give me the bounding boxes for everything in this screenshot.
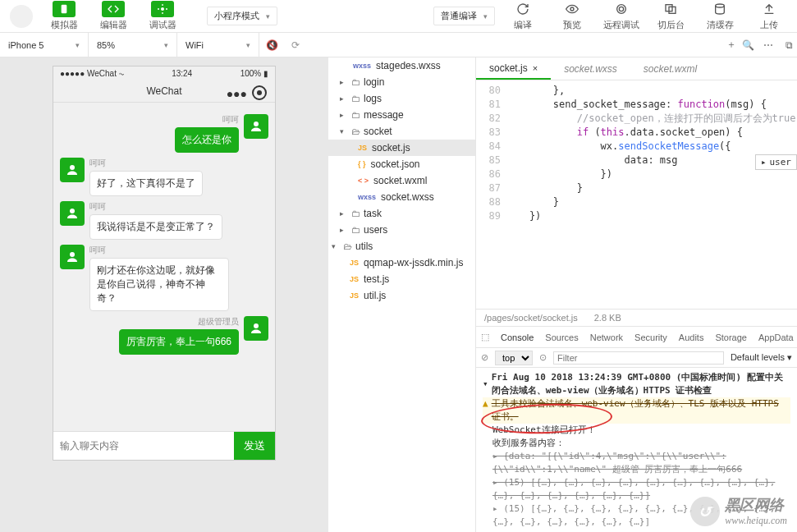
compile-dropdown[interactable]: 普通编译	[433, 7, 495, 25]
watermark-logo-icon: ↺	[690, 497, 720, 526]
clear-cache-button[interactable]: 清缓存	[695, 1, 744, 31]
chat-message: 超级管理员厉害厉害，奉上一句666	[60, 316, 268, 355]
tree-folder[interactable]: ▸🗀users	[328, 222, 475, 238]
simulator-panel: ●●●●● WeChat ⏦ 13:24 100% ▮ WeChat ●●● 呵…	[0, 57, 328, 532]
editor-label: 编辑器	[100, 19, 127, 31]
svg-point-8	[254, 122, 259, 126]
tree-file[interactable]: < >socket.wxml	[328, 172, 475, 189]
mode-dropdown[interactable]: 小程序模式	[207, 7, 277, 25]
clear-console-icon[interactable]: ⊘	[481, 352, 488, 363]
chat-message: 呵呵我说得话是不是变正常了？	[60, 201, 268, 240]
target-icon[interactable]	[252, 85, 267, 100]
debugger-label: 调试器	[149, 19, 176, 31]
network-select[interactable]: WiFi	[177, 33, 259, 57]
split-icon[interactable]: ⧉	[781, 39, 797, 51]
phone-statusbar: ●●●●● WeChat ⏦ 13:24 100% ▮	[53, 66, 275, 80]
add-tab-icon[interactable]: ＋	[723, 38, 740, 52]
more-icon[interactable]: ⋯	[756, 39, 781, 51]
filter-input[interactable]	[553, 351, 724, 365]
inspect-icon[interactable]: ⬚	[481, 332, 489, 342]
svg-point-11	[70, 252, 75, 257]
tab-socket-wxss[interactable]: socket.wxss	[551, 57, 630, 80]
send-button[interactable]: 发送	[234, 432, 275, 460]
avatar-icon	[60, 245, 85, 269]
tab-socket-wxml[interactable]: socket.wxml	[630, 57, 710, 80]
editor-tabs: socket.js× socket.wxss socket.wxml	[476, 57, 797, 80]
tree-file[interactable]: JStest.js	[328, 271, 475, 287]
log-line: 收到服务器内容：	[483, 437, 790, 450]
chat-message: 呵呵怎么还是你	[60, 114, 268, 153]
file-path: /pages/socket/socket.js	[484, 313, 578, 323]
levels-select[interactable]: Default levels ▾	[731, 352, 792, 363]
chat-area[interactable]: 呵呵怎么还是你 呵呵好了，这下真得不是了 呵呵我说得话是不是变正常了？ 呵呵刚才…	[53, 103, 275, 431]
tree-folder[interactable]: ▸🗀logs	[328, 90, 475, 107]
tab-audits[interactable]: Audits	[679, 332, 704, 342]
svg-point-7	[716, 4, 725, 7]
svg-point-9	[70, 165, 75, 170]
remote-debug-button[interactable]: 远程调试	[597, 1, 646, 31]
tab-network[interactable]: Network	[590, 332, 623, 342]
tree-folder[interactable]: ▸🗀message	[328, 107, 475, 123]
tab-sources[interactable]: Sources	[545, 332, 578, 342]
menu-dots-icon[interactable]: ●●●	[227, 87, 247, 100]
code-editor[interactable]: 80818283848586878889 }, send_socket_mess…	[476, 80, 797, 309]
tree-folder[interactable]: ▸🗀login	[328, 74, 475, 90]
preview-button[interactable]: 预览	[547, 1, 597, 31]
phone-frame: ●●●●● WeChat ⏦ 13:24 100% ▮ WeChat ●●● 呵…	[53, 66, 276, 461]
chat-input[interactable]	[53, 432, 234, 460]
page-title: WeChat	[146, 85, 181, 97]
zoom-select[interactable]: 85%	[89, 33, 177, 57]
simulator-label: 模拟器	[51, 19, 78, 31]
chat-message: 呵呵好了，这下真得不是了	[60, 158, 268, 196]
simulator-button[interactable]: 模拟器	[39, 1, 89, 31]
background-button[interactable]: 切后台	[646, 1, 695, 31]
svg-point-1	[161, 7, 164, 11]
file-explorer: wxssstagedes.wxss ▸🗀login ▸🗀logs ▸🗀messa…	[328, 57, 476, 532]
svg-point-12	[254, 323, 259, 328]
line-gutter: 80818283848586878889	[476, 80, 506, 309]
tree-file[interactable]: { }socket.json	[328, 156, 475, 172]
tab-storage[interactable]: Storage	[715, 332, 747, 342]
debugger-button[interactable]: 调试器	[138, 1, 187, 31]
compile-button[interactable]: 编译	[498, 1, 547, 31]
device-bar: iPhone 5 85% WiFi 🔇 ⟳ ＋ 🔍 ⋯ ⧉	[0, 33, 797, 57]
tab-security[interactable]: Security	[634, 332, 667, 342]
tree-file[interactable]: wxssstagedes.wxss	[328, 57, 475, 74]
upload-button[interactable]: 上传	[744, 1, 794, 31]
svg-point-3	[619, 7, 623, 11]
mute-icon[interactable]: 🔇	[259, 39, 285, 51]
file-size: 2.8 KB	[594, 313, 621, 323]
log-line: ▸ {data: "[{\"id\":4,\"msg\":\"{\\"user\…	[483, 450, 790, 476]
file-tree[interactable]: wxssstagedes.wxss ▸🗀login ▸🗀logs ▸🗀messa…	[328, 57, 475, 532]
svg-point-2	[570, 7, 574, 11]
tree-file-selected[interactable]: JSsocket.js	[328, 140, 475, 156]
code-lines[interactable]: }, send_socket_message: function(msg) { …	[506, 80, 797, 309]
tree-folder[interactable]: ▸🗀task	[328, 205, 475, 222]
tab-console[interactable]: Console	[501, 332, 534, 342]
context-select[interactable]: top	[495, 351, 533, 365]
editor-statusbar: /pages/socket/socket.js 2.8 KB	[476, 309, 797, 326]
intellisense-chip[interactable]: ▸ user	[755, 154, 797, 170]
close-icon[interactable]: ×	[533, 63, 538, 73]
tab-appdata[interactable]: AppData	[758, 332, 794, 342]
tree-file[interactable]: JSqqmap-wx-jssdk.min.js	[328, 255, 475, 271]
tree-folder[interactable]: ▾🗁utils	[328, 238, 475, 255]
device-select[interactable]: iPhone 5	[0, 33, 89, 57]
svg-point-4	[617, 5, 626, 14]
editor-button[interactable]: 编辑器	[89, 1, 138, 31]
tree-file[interactable]: wxsssocket.wxss	[328, 189, 475, 205]
rotate-icon[interactable]: ⟳	[285, 39, 306, 51]
chat-message: 呵呵刚才还在你这边呢，就好像是你自己说得，神奇不神奇？	[60, 245, 268, 311]
avatar-icon	[60, 158, 85, 182]
avatar-icon	[244, 114, 268, 139]
svg-rect-0	[62, 5, 67, 14]
tab-socket-js[interactable]: socket.js×	[476, 57, 551, 80]
devtools-tabs: ⬚ Console Sources Network Security Audit…	[476, 327, 797, 348]
phone-titlebar: WeChat ●●●	[53, 80, 275, 103]
tree-folder[interactable]: ▾🗁socket	[328, 123, 475, 140]
search-icon[interactable]: 🔍	[740, 39, 756, 51]
tree-file[interactable]: JSutil.js	[328, 287, 475, 304]
avatar-icon	[60, 201, 85, 226]
user-avatar[interactable]	[10, 5, 33, 28]
watermark: ↺ 黑区网络 www.heiqu.com	[690, 495, 787, 527]
